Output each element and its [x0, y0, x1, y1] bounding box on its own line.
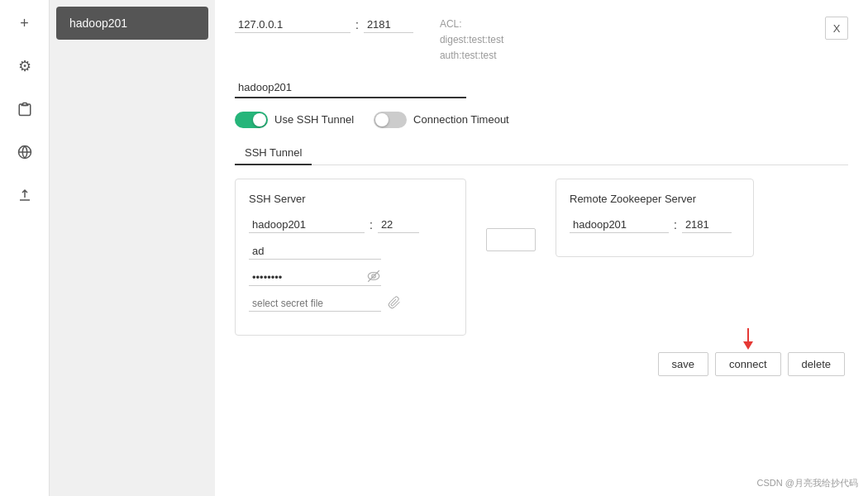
ssh-content: SSH Server : [235, 179, 848, 336]
ssh-file-row [249, 296, 452, 312]
upload-icon[interactable] [10, 180, 40, 210]
server-item[interactable]: hadoop201 [56, 7, 208, 40]
ssh-secret-file-input[interactable] [249, 296, 381, 312]
connection-name-input[interactable] [235, 78, 466, 98]
port-input[interactable] [364, 17, 413, 33]
top-row: : ACL: digest:test:test auth:test:test X [235, 17, 848, 64]
password-wrapper [249, 269, 381, 286]
save-button[interactable]: save [658, 352, 708, 376]
main-content: : ACL: digest:test:test auth:test:test X… [215, 0, 868, 496]
ssh-server-title: SSH Server [249, 193, 452, 205]
host-port-group: : [235, 17, 413, 33]
action-row: save connect delete [235, 352, 848, 376]
ssh-password-row [249, 269, 452, 286]
ssh-tunnel-toggle[interactable] [235, 112, 268, 128]
connection-timeout-toggle[interactable] [374, 112, 407, 128]
paperclip-icon[interactable] [388, 296, 401, 312]
ssh-user-row [249, 243, 452, 260]
remote-zk-host-input[interactable] [570, 217, 669, 233]
host-input[interactable] [235, 17, 351, 33]
clipboard-icon[interactable] [10, 94, 40, 124]
toggle-row: Use SSH Tunnel Connection Timeout [235, 112, 848, 128]
settings-icon[interactable]: ⚙ [10, 51, 40, 81]
show-password-icon[interactable] [366, 269, 381, 287]
server-panel: hadoop201 [50, 0, 215, 496]
globe-icon[interactable] [10, 137, 40, 167]
remote-zk-title: Remote Zookeeper Server [570, 193, 740, 205]
remote-zk-card: Remote Zookeeper Server : [556, 179, 754, 257]
name-row [235, 78, 848, 98]
connect-button[interactable]: connect [715, 352, 781, 376]
ssh-server-card: SSH Server : [235, 179, 466, 336]
ssh-host-input[interactable] [249, 217, 365, 233]
ssh-relay-box [486, 228, 536, 251]
ssh-password-input[interactable] [249, 269, 381, 286]
ssh-host-port-row: : [249, 217, 452, 233]
connection-timeout-label: Connection Timeout [413, 113, 509, 126]
acl-line2: auth:test:test [440, 48, 503, 64]
acl-line1: digest:test:test [440, 32, 503, 48]
ssh-user-input[interactable] [249, 243, 381, 260]
ssh-port-input[interactable] [378, 217, 419, 233]
ssh-colon: : [370, 218, 373, 231]
arrow-area [486, 179, 536, 251]
colon-separator: : [355, 18, 359, 31]
sidebar: + ⚙ [0, 0, 50, 496]
ssh-tunnel-label: Use SSH Tunnel [274, 113, 354, 126]
add-icon[interactable]: + [10, 8, 40, 38]
tab-bar: SSH Tunnel [235, 141, 848, 165]
ssh-tunnel-toggle-group: Use SSH Tunnel [235, 112, 354, 128]
tab-ssh-tunnel[interactable]: SSH Tunnel [235, 141, 312, 165]
close-button[interactable]: X [825, 17, 848, 40]
remote-zk-port-input[interactable] [682, 217, 732, 233]
acl-section: ACL: digest:test:test auth:test:test [440, 17, 503, 64]
acl-label: ACL: [440, 17, 503, 32]
remote-zk-host-port-row: : [570, 217, 740, 233]
watermark: CSDN @月亮我给抄代码 [757, 477, 858, 489]
delete-button[interactable]: delete [788, 352, 845, 376]
connection-timeout-toggle-group: Connection Timeout [374, 112, 509, 128]
remote-zk-colon: : [674, 218, 677, 231]
